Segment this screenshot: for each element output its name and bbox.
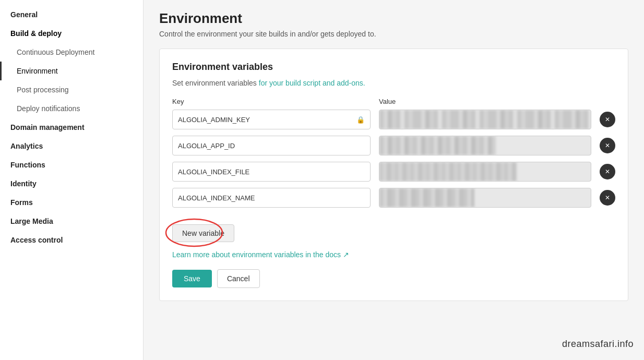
learn-more-link[interactable]: Learn more about environment variables i… <box>172 250 615 259</box>
delete-button-1[interactable] <box>600 112 615 127</box>
env-row-2: ALGOLIA_APP_ID <box>172 136 615 155</box>
env-value-input-2[interactable] <box>379 136 591 155</box>
sidebar-item-environment[interactable]: Environment <box>0 62 143 80</box>
card-description-text: Set environment variables <box>172 79 259 87</box>
sidebar-item-analytics[interactable]: Analytics <box>0 137 143 155</box>
col-key-header: Key <box>172 98 371 105</box>
env-variables-card: Environment variables Set environment va… <box>159 49 628 301</box>
env-key-input-3[interactable]: ALGOLIA_INDEX_FILE <box>172 162 371 182</box>
env-value-blur-1 <box>379 110 591 129</box>
lock-icon-1: 🔒 <box>356 116 365 124</box>
env-value-input-1[interactable] <box>379 110 591 129</box>
env-value-blur-3 <box>379 162 517 181</box>
page-title: Environment <box>159 10 628 27</box>
env-key-text-2: ALGOLIA_APP_ID <box>178 142 235 150</box>
sidebar-item-deploy-notifications[interactable]: Deploy notifications <box>0 99 143 118</box>
env-key-text-3: ALGOLIA_INDEX_FILE <box>178 168 249 176</box>
col-value-header: Value <box>379 98 615 105</box>
delete-button-4[interactable] <box>600 190 615 206</box>
env-table-header: Key Value <box>172 98 615 105</box>
watermark: dreamsafari.info <box>562 339 634 350</box>
card-title: Environment variables <box>172 62 615 73</box>
card-description-link[interactable]: for your build script and add-ons. <box>259 79 365 87</box>
learn-more-wrapper: Learn more about environment variables i… <box>172 250 615 259</box>
sidebar-item-build-deploy[interactable]: Build & deploy <box>0 24 143 43</box>
sidebar-item-access-control[interactable]: Access control <box>0 231 143 249</box>
sidebar-item-general[interactable]: General <box>0 5 143 24</box>
env-value-input-3[interactable] <box>379 162 591 182</box>
sidebar-item-post-processing[interactable]: Post processing <box>0 80 143 99</box>
new-variable-wrapper: New variable <box>172 224 234 242</box>
new-variable-button[interactable]: New variable <box>172 224 234 242</box>
card-description: Set environment variables for your build… <box>172 79 615 87</box>
env-value-blur-4 <box>379 188 474 207</box>
sidebar-item-functions[interactable]: Functions <box>0 155 143 174</box>
env-row-1: ALGOLIA_ADMIN_KEY 🔒 <box>172 110 615 129</box>
sidebar-item-forms[interactable]: Forms <box>0 193 143 212</box>
delete-button-3[interactable] <box>600 164 615 179</box>
env-key-input-1[interactable]: ALGOLIA_ADMIN_KEY 🔒 <box>172 110 371 129</box>
sidebar-item-large-media[interactable]: Large Media <box>0 212 143 231</box>
page-subtitle: Control the environment your site builds… <box>159 30 628 38</box>
main-content: Environment Control the environment your… <box>144 0 644 360</box>
env-value-blur-2 <box>379 136 496 155</box>
sidebar: General Build & deploy Continuous Deploy… <box>0 0 144 360</box>
env-row-3: ALGOLIA_INDEX_FILE <box>172 162 615 182</box>
cancel-button[interactable]: Cancel <box>217 269 260 288</box>
delete-button-2[interactable] <box>600 138 615 153</box>
sidebar-item-continuous-deployment[interactable]: Continuous Deployment <box>0 43 143 62</box>
env-key-text-1: ALGOLIA_ADMIN_KEY <box>178 116 250 124</box>
sidebar-item-domain-management[interactable]: Domain management <box>0 118 143 137</box>
env-value-input-4[interactable] <box>379 188 591 208</box>
env-row-4: ALGOLIA_INDEX_NAME <box>172 188 615 208</box>
env-key-input-2[interactable]: ALGOLIA_APP_ID <box>172 136 371 155</box>
env-key-text-4: ALGOLIA_INDEX_NAME <box>178 194 255 202</box>
save-button[interactable]: Save <box>172 270 212 287</box>
action-buttons: Save Cancel <box>172 269 615 288</box>
sidebar-item-identity[interactable]: Identity <box>0 174 143 193</box>
env-key-input-4[interactable]: ALGOLIA_INDEX_NAME <box>172 188 371 208</box>
